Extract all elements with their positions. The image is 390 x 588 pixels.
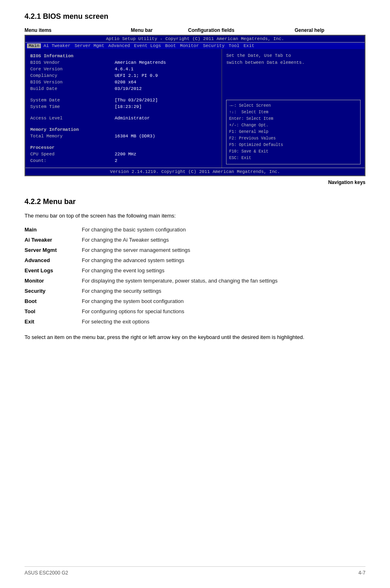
menu-item-description: For changing the basic system configurat…: [82, 224, 365, 235]
bios-screen: Aptio Setup Utility - Copyright (C) 2011…: [25, 35, 365, 176]
bios-nav-server-mgmt[interactable]: Server Mgmt: [73, 43, 106, 48]
menu-table-row: ExitFor selecting the exit options: [25, 316, 365, 327]
build-date-label: Build Date: [30, 86, 114, 92]
core-version-value: 4.6.4.1: [114, 66, 217, 72]
nav-key-enter-select: Enter: Select Item: [229, 116, 358, 122]
menu-item-description: For changing the security settings: [82, 286, 365, 296]
bios-help-text: Set the Date, Use Tab toswitch between D…: [226, 52, 361, 66]
menu-table-row: ToolFor configuring options for special …: [25, 306, 365, 316]
menu-item-label: Event Logs: [25, 265, 82, 276]
bios-nav-event-logs[interactable]: Event Logs: [132, 43, 163, 48]
total-memory-label: Total Memory: [30, 133, 114, 139]
menu-item-description: For displaying the system temperature, p…: [82, 276, 365, 286]
bios-version-value: 0208 x64: [114, 79, 217, 85]
section-422-note: To select an item on the menu bar, press…: [25, 333, 365, 341]
menu-item-label: Advanced: [25, 255, 82, 265]
count-value: 2: [114, 158, 217, 164]
nav-key-select-screen: →←: Select Screen: [229, 103, 358, 109]
menu-table-row: Event LogsFor changing the event log set…: [25, 265, 365, 276]
menu-item-description: For configuring options for special func…: [82, 306, 365, 316]
menu-item-label: Security: [25, 286, 82, 296]
bios-version-label: BIOS Version: [30, 79, 114, 85]
menu-table-row: MainFor changing the basic system config…: [25, 224, 365, 235]
bios-nav-exit[interactable]: Exit: [242, 43, 256, 48]
bios-nav-advanced[interactable]: Advanced: [107, 43, 132, 48]
section-421-title: 4.2.1 BIOS menu screen: [25, 12, 365, 21]
bios-nav-ai-tweaker[interactable]: Ai Tweaker: [42, 43, 72, 48]
menu-item-label: Main: [25, 224, 82, 235]
footer-left: ASUS ESC2000 G2: [25, 570, 68, 576]
bios-vendor-label: BIOS Vendor: [30, 60, 114, 65]
menu-item-description: For changing the server management setti…: [82, 245, 365, 255]
menu-item-description: For changing the advanced system setting…: [82, 255, 365, 265]
system-date-label: System Date: [30, 97, 114, 103]
menu-item-label: Boot: [25, 296, 82, 306]
label-menu-bar: Menu bar: [106, 27, 180, 33]
label-menu-items: Menu items: [25, 27, 106, 33]
menu-item-label: Tool: [25, 306, 82, 316]
system-date-value: [Thu 03/29/2012]: [114, 97, 217, 103]
menu-table-row: SecurityFor changing the security settin…: [25, 286, 365, 296]
bios-vendor-value: American Megatrends: [114, 60, 217, 65]
nav-key-select-item-arrow: ↑↓: Select Item: [229, 109, 358, 116]
bios-nav-bar: Main Ai Tweaker Server Mgmt Advanced Eve…: [25, 43, 365, 49]
label-config-fields: Configuration fields: [180, 27, 253, 33]
nav-key-f2: F2: Previous Values: [229, 135, 358, 142]
system-time-value: [18:23:29]: [114, 104, 217, 110]
bios-nav-monitor[interactable]: Monitor: [178, 43, 200, 48]
menu-item-description: For selecting the exit options: [82, 316, 365, 327]
core-version-label: Core Version: [30, 66, 114, 72]
menu-bar-table: MainFor changing the basic system config…: [25, 224, 365, 327]
menu-table-row: AdvancedFor changing the advanced system…: [25, 255, 365, 265]
section-422: 4.2.2 Menu bar The menu bar on top of th…: [25, 197, 365, 341]
nav-key-f1: F1: General Help: [229, 129, 358, 135]
menu-item-description: For changing the event log settings: [82, 265, 365, 276]
access-level-label: Access Level: [30, 115, 114, 121]
access-level-value: Administrator: [114, 115, 217, 121]
bios-info-section-label: BIOS Information: [30, 53, 114, 59]
page-footer: ASUS ESC2000 G2 4-7: [25, 566, 365, 576]
bios-diagram: Menu items Menu bar Configuration fields…: [25, 27, 365, 176]
section-422-intro: The menu bar on top of the screen has th…: [25, 213, 365, 219]
menu-table-row: Server MgmtFor changing the server manag…: [25, 245, 365, 255]
menu-item-label: Exit: [25, 316, 82, 327]
section-422-title: 4.2.2 Menu bar: [25, 197, 365, 206]
menu-table-row: MonitorFor displaying the system tempera…: [25, 276, 365, 286]
bios-info-table: BIOS Information BIOS Vendor American Me…: [29, 52, 217, 164]
build-date-value: 03/19/2012: [114, 86, 217, 92]
bios-nav-main[interactable]: Main: [27, 43, 41, 48]
compliancy-value: UEFI 2.1; PI 0.9: [114, 73, 217, 79]
bios-nav-tool[interactable]: Tool: [227, 43, 241, 48]
nav-key-f10: F10: Save & Exit: [229, 148, 358, 155]
footer-right: 4-7: [359, 570, 365, 576]
label-general-help: General help: [253, 27, 365, 33]
nav-key-change-opt: +/-: Change Opt.: [229, 122, 358, 129]
menu-item-label: Ai Tweaker: [25, 235, 82, 245]
count-label: Count:: [30, 158, 114, 164]
cpu-speed-label: CPU Speed: [30, 151, 114, 157]
nav-key-esc: ESC: Exit: [229, 155, 358, 162]
bios-left-panel: BIOS Information BIOS Vendor American Me…: [25, 49, 222, 168]
menu-table-row: Ai TweakerFor changing the Ai Tweaker se…: [25, 235, 365, 245]
cpu-speed-value: 2200 MHz: [114, 151, 217, 157]
nav-keys-label: Navigation keys: [25, 180, 365, 185]
menu-item-description: For changing the Ai Tweaker settings: [82, 235, 365, 245]
bios-nav-security[interactable]: Security: [202, 43, 226, 48]
compliancy-label: Compliancy: [30, 73, 114, 79]
bios-title-bar: Aptio Setup Utility - Copyright (C) 2011…: [25, 36, 365, 43]
bios-column-labels: Menu items Menu bar Configuration fields…: [25, 27, 365, 33]
bios-version-bar: Version 2.14.1219. Copyright (C) 2011 Am…: [25, 168, 365, 175]
nav-key-f5: F5: Optimized Defaults: [229, 142, 358, 148]
menu-table-row: BootFor changing the system boot configu…: [25, 296, 365, 306]
total-memory-value: 16384 MB (DDR3): [114, 133, 217, 139]
bios-content-area: BIOS Information BIOS Vendor American Me…: [25, 49, 365, 168]
processor-section-label: Processor: [30, 145, 114, 150]
bios-right-panel: Set the Date, Use Tab toswitch between D…: [222, 49, 365, 168]
memory-info-label: Memory Information: [30, 127, 114, 132]
system-time-label: System Time: [30, 104, 114, 110]
menu-item-description: For changing the system boot configurati…: [82, 296, 365, 306]
bios-nav-boot[interactable]: Boot: [164, 43, 177, 48]
bios-nav-keys-box: →←: Select Screen ↑↓: Select Item Enter:…: [226, 100, 361, 164]
menu-item-label: Server Mgmt: [25, 245, 82, 255]
menu-item-label: Monitor: [25, 276, 82, 286]
